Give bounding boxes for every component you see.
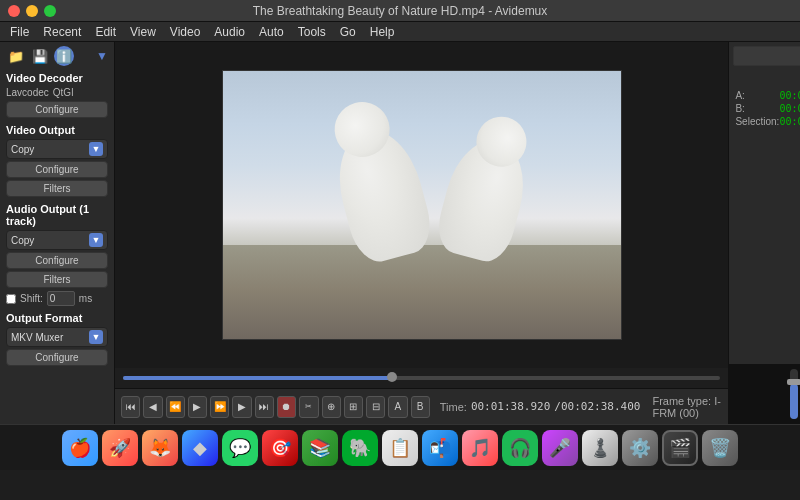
timeline-mini xyxy=(733,46,800,66)
dock-evernote[interactable]: 🐘 xyxy=(342,430,378,466)
menu-recent[interactable]: Recent xyxy=(37,24,87,40)
dock-whatsapp[interactable]: 💬 xyxy=(222,430,258,466)
menu-help[interactable]: Help xyxy=(364,24,401,40)
next-frame-button[interactable]: ▶ xyxy=(232,396,251,418)
dock-podcasts[interactable]: 🎤 xyxy=(542,430,578,466)
sidebar-top-icons: 📁 💾 ℹ️ ▼ xyxy=(6,46,108,66)
menu-view[interactable]: View xyxy=(124,24,162,40)
video-output-title: Video Output xyxy=(6,124,108,136)
audio-output-arrow[interactable]: ▼ xyxy=(89,233,103,247)
delete-button[interactable]: ⊟ xyxy=(366,396,385,418)
menu-auto[interactable]: Auto xyxy=(253,24,290,40)
open-icon[interactable]: 📁 xyxy=(6,46,26,66)
bear-head-right xyxy=(471,111,532,172)
selection-row: Selection: 00:02:38.400 xyxy=(733,116,800,127)
dock-system-prefs[interactable]: ⚙️ xyxy=(622,430,658,466)
output-format-dropdown[interactable]: MKV Muxer ▼ xyxy=(6,327,108,347)
minimize-button[interactable] xyxy=(26,5,38,17)
a-label: A: xyxy=(735,90,744,101)
seek-bar[interactable] xyxy=(123,376,720,380)
prev-frame-button[interactable]: ◀ xyxy=(143,396,162,418)
window-controls[interactable] xyxy=(8,5,56,17)
dock-firefox[interactable]: 🦊 xyxy=(142,430,178,466)
video-grass xyxy=(223,245,621,339)
codec-row: Lavcodec QtGl xyxy=(6,87,108,98)
video-output-dropdown[interactable]: Copy ▼ xyxy=(6,139,108,159)
b-label: B: xyxy=(735,103,744,114)
shift-checkbox[interactable] xyxy=(6,294,16,304)
video-decoder-configure-button[interactable]: Configure xyxy=(6,101,108,118)
output-format-select-row: MKV Muxer ▼ xyxy=(6,327,108,347)
audio-output-configure-button[interactable]: Configure xyxy=(6,252,108,269)
dock-tasks[interactable]: 🎯 xyxy=(262,430,298,466)
video-frame xyxy=(222,70,622,340)
save-icon[interactable]: 💾 xyxy=(30,46,50,66)
right-panel: ⚙ A: 00:00:00.000 B: 00:02:38.400 Select… xyxy=(728,42,800,424)
audio-output-filters-button[interactable]: Filters xyxy=(6,271,108,288)
selection-value: 00:02:38.400 xyxy=(779,116,800,127)
menu-go[interactable]: Go xyxy=(334,24,362,40)
menu-edit[interactable]: Edit xyxy=(89,24,122,40)
dock-notes[interactable]: 📚 xyxy=(302,430,338,466)
a-row: A: 00:00:00.000 xyxy=(733,90,800,101)
dock-spotify[interactable]: 🎧 xyxy=(502,430,538,466)
close-button[interactable] xyxy=(8,5,20,17)
dock-avidemux[interactable]: 🎬 xyxy=(662,430,698,466)
audio-output-select-row: Copy ▼ xyxy=(6,230,108,250)
shift-label: Shift: xyxy=(20,293,43,304)
maximize-button[interactable] xyxy=(44,5,56,17)
transport-bar: ⏮ ◀ ⏪ ▶ ⏩ ▶ ⏭ ⏺ ✂ ⊕ ⊞ ⊟ A B Time: 00:01:… xyxy=(115,388,728,424)
volume-handle[interactable] xyxy=(787,379,800,385)
info-icon[interactable]: ℹ️ xyxy=(54,46,74,66)
video-output-configure-button[interactable]: Configure xyxy=(6,161,108,178)
video-output-arrow[interactable]: ▼ xyxy=(89,142,103,156)
seek-handle[interactable] xyxy=(387,372,397,382)
video-scene xyxy=(223,71,621,339)
main-content: ⏮ ◀ ⏪ ▶ ⏩ ▶ ⏭ ⏺ ✂ ⊕ ⊞ ⊟ A B Time: 00:01:… xyxy=(115,42,728,424)
window-title: The Breathtaking Beauty of Nature HD.mp4… xyxy=(253,4,548,18)
record-button[interactable]: ⏺ xyxy=(277,396,296,418)
dock: 🍎 🚀 🦊 ◆ 💬 🎯 📚 🐘 📋 📬 🎵 🎧 🎤 ♟️ ⚙️ 🎬 🗑️ xyxy=(0,424,800,470)
dock-chess[interactable]: ♟️ xyxy=(582,430,618,466)
shift-value-input[interactable] xyxy=(47,291,75,306)
cut-button[interactable]: ✂ xyxy=(299,396,319,418)
output-format-value: MKV Muxer xyxy=(11,332,63,343)
video-decoder-title: Video Decoder xyxy=(6,72,108,84)
rewind-button[interactable]: ⏪ xyxy=(166,396,185,418)
fast-forward-button[interactable]: ⏩ xyxy=(210,396,229,418)
app-body: 📁 💾 ℹ️ ▼ Video Decoder Lavcodec QtGl Con… xyxy=(0,42,800,424)
audio-output-value: Copy xyxy=(11,235,34,246)
seek-bar-fill xyxy=(123,376,392,380)
paste-button[interactable]: ⊞ xyxy=(344,396,363,418)
sidebar: 📁 💾 ℹ️ ▼ Video Decoder Lavcodec QtGl Con… xyxy=(0,42,115,424)
dock-finder[interactable]: 🍎 xyxy=(62,430,98,466)
audio-output-dropdown[interactable]: Copy ▼ xyxy=(6,230,108,250)
menu-bar: File Recent Edit View Video Audio Auto T… xyxy=(0,22,800,42)
right-bottom xyxy=(729,364,800,424)
go-start-button[interactable]: ⏮ xyxy=(121,396,140,418)
play-button[interactable]: ▶ xyxy=(188,396,207,418)
output-format-configure-button[interactable]: Configure xyxy=(6,349,108,366)
copy-button[interactable]: ⊕ xyxy=(322,396,341,418)
menu-file[interactable]: File xyxy=(4,24,35,40)
menu-video[interactable]: Video xyxy=(164,24,206,40)
video-output-filters-button[interactable]: Filters xyxy=(6,180,108,197)
filter-icon[interactable]: ▼ xyxy=(96,49,108,63)
ab2-button[interactable]: B xyxy=(411,396,430,418)
selection-label: Selection: xyxy=(735,116,779,127)
dock-files[interactable]: 📋 xyxy=(382,430,418,466)
ab-button[interactable]: A xyxy=(388,396,407,418)
audio-output-title: Audio Output (1 track) xyxy=(6,203,108,227)
dock-launchpad[interactable]: 🚀 xyxy=(102,430,138,466)
dock-trash[interactable]: 🗑️ xyxy=(702,430,738,466)
codec-lavcodec-label: Lavcodec xyxy=(6,87,49,98)
volume-slider[interactable] xyxy=(790,369,798,419)
dock-music[interactable]: 🎵 xyxy=(462,430,498,466)
dock-mail[interactable]: 📬 xyxy=(422,430,458,466)
output-format-arrow[interactable]: ▼ xyxy=(89,330,103,344)
go-end-button[interactable]: ⏭ xyxy=(255,396,274,418)
menu-tools[interactable]: Tools xyxy=(292,24,332,40)
dock-app1[interactable]: ◆ xyxy=(182,430,218,466)
frame-type: Frame type: I-FRM (00) xyxy=(652,395,722,419)
menu-audio[interactable]: Audio xyxy=(208,24,251,40)
